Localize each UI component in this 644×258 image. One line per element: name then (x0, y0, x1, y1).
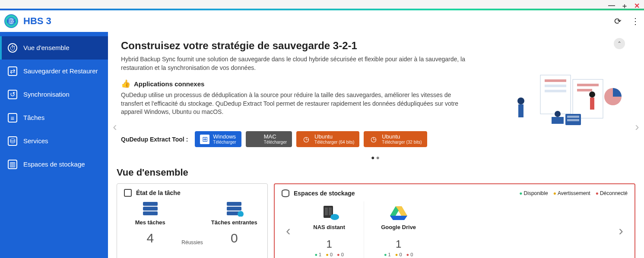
svg-rect-5 (577, 84, 599, 86)
svg-marker-30 (390, 216, 407, 220)
nas-cloud-icon (295, 204, 364, 221)
incoming-tasks-count: 0 (231, 228, 238, 245)
download-mac-button[interactable]: MACTélécharger (246, 131, 292, 147)
app-header: HBS HBS 3 ⟳ ⋮ (0, 10, 644, 32)
svg-point-8 (517, 98, 524, 104)
incoming-tasks-label: Tâches entrantes (211, 219, 257, 226)
svg-rect-9 (518, 104, 523, 117)
storage-next-button[interactable]: › (614, 223, 628, 239)
svg-rect-20 (227, 202, 241, 206)
svg-rect-16 (567, 119, 579, 121)
hero-subtitle: Hybrid Backup Sync fournit une solution … (121, 55, 466, 72)
svg-rect-19 (143, 211, 158, 215)
windows-icon: ⊞ (200, 135, 209, 144)
svg-rect-11 (590, 98, 594, 110)
storage-item-nas[interactable]: NAS distant 1 1 0 0 (295, 201, 364, 258)
more-menu-button[interactable]: ⋮ (631, 16, 640, 26)
svg-rect-25 (325, 208, 328, 215)
task-state-card: État de la tâche Mes tâches 4 Réussies (117, 183, 268, 258)
my-tasks-count: 4 (146, 228, 154, 245)
download-ubuntu32-button[interactable]: ◷ UbuntuTélécharger (32 bits) (364, 131, 427, 147)
hero-title: Construisez votre stratégie de sauvegard… (121, 40, 631, 52)
apple-icon (251, 135, 260, 144)
storage-legend: Disponible Avertissement Déconnecté (519, 190, 628, 196)
svg-rect-6 (577, 89, 592, 91)
gauge-icon: ⏱ (8, 43, 17, 53)
svg-rect-17 (143, 202, 158, 206)
sidebar-item-storage[interactable]: ▥ Espaces de stockage (0, 153, 108, 176)
sidebar-item-label: Espaces de stockage (23, 160, 85, 168)
svg-rect-13 (552, 117, 564, 124)
svg-rect-2 (545, 85, 566, 87)
sync-icon: ↺ (8, 90, 17, 99)
storage-item-gdrive[interactable]: Google Drive 1 1 0 0 (364, 201, 433, 258)
storage-icon: ▥ (8, 160, 17, 169)
thumbs-up-icon: 👍 (121, 79, 130, 88)
download-ubuntu64-button[interactable]: ◷ UbuntuTélécharger (64 bits) (296, 131, 359, 147)
svg-rect-26 (329, 208, 332, 215)
backup-icon: ⇄ (8, 66, 17, 76)
app-title: HBS 3 (23, 16, 51, 27)
sidebar-item-label: Sauvegarder et Restaurer (23, 67, 98, 75)
svg-rect-1 (545, 79, 566, 82)
related-apps-title: Applications connexes (134, 80, 204, 88)
success-label: Réussies (181, 239, 203, 245)
server-stack-incoming-icon (224, 201, 244, 217)
ubuntu-icon: ◷ (369, 135, 378, 144)
sidebar-item-backup-restore[interactable]: ⇄ Sauvegarder et Restaurer (0, 60, 108, 83)
main-content: ‹ › ⌃ Construisez votre stratégie de sau… (108, 32, 644, 258)
extract-tool-label: QuDedup Extract Tool : (121, 136, 188, 143)
window-minimize-button[interactable]: — (606, 2, 617, 11)
sidebar-item-sync[interactable]: ↺ Synchronisation (0, 83, 108, 106)
hero-illustration (501, 71, 622, 140)
refresh-button[interactable]: ⟳ (614, 16, 622, 26)
services-icon: ⛁ (8, 136, 17, 146)
sidebar-item-overview[interactable]: ⏱ Vue d'ensemble (0, 36, 108, 60)
database-icon (282, 189, 289, 197)
hero-pager[interactable]: ●● (108, 152, 644, 164)
svg-point-12 (555, 111, 561, 117)
window-close-button[interactable]: ✕ (632, 2, 641, 11)
related-apps-text: QuDedup utilise un processus de déduplic… (121, 91, 466, 116)
svg-rect-18 (143, 207, 158, 211)
my-tasks-label: Mes tâches (135, 219, 165, 226)
sidebar-item-label: Vue d'ensemble (23, 44, 70, 52)
ubuntu-icon: ◷ (301, 135, 311, 144)
sidebar-item-tasks[interactable]: ≡ Tâches (0, 106, 108, 129)
download-windows-button[interactable]: ⊞ WindowsTélécharger (195, 131, 241, 147)
storage-spaces-card: Espaces de stockage Disponible Avertisse… (274, 183, 635, 258)
server-stack-icon (140, 201, 160, 217)
sidebar-item-services[interactable]: ⛁ Services (0, 129, 108, 153)
tasks-icon: ≡ (8, 113, 17, 123)
window-maximize-button[interactable]: ＋ (619, 2, 630, 11)
google-drive-icon (364, 204, 433, 221)
svg-rect-21 (227, 207, 241, 211)
sidebar-item-label: Services (23, 137, 48, 145)
svg-point-27 (330, 214, 339, 220)
svg-rect-3 (545, 90, 566, 92)
storage-title: Espaces de stockage (294, 190, 355, 197)
svg-rect-15 (567, 116, 579, 118)
briefcase-icon (124, 189, 132, 197)
task-state-title: État de la tâche (136, 189, 181, 196)
overview-title: Vue d'ensemble (108, 164, 644, 182)
svg-point-10 (589, 91, 595, 98)
app-logo-icon: HBS (4, 14, 18, 28)
sidebar-item-label: Synchronisation (23, 91, 70, 98)
sidebar: ⏱ Vue d'ensemble ⇄ Sauvegarder et Restau… (0, 32, 108, 258)
sidebar-item-label: Tâches (23, 114, 44, 122)
storage-prev-button[interactable]: ‹ (282, 223, 295, 239)
